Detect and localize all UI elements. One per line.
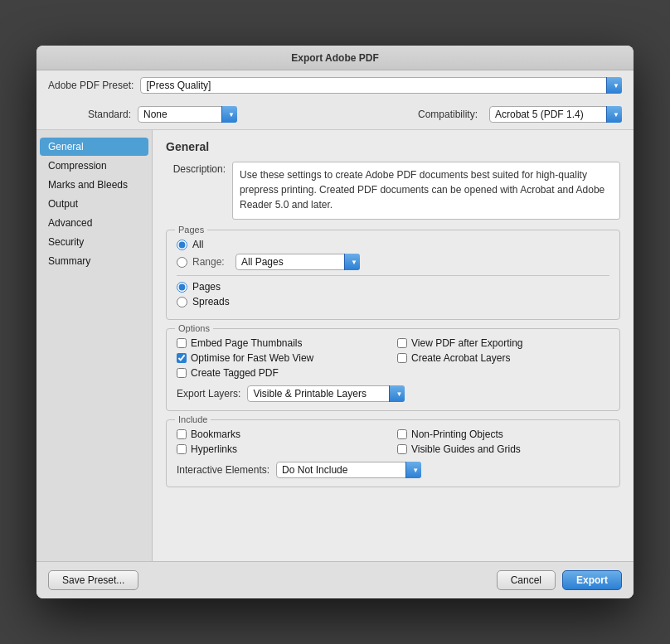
main-content: General Description: Use these settings … — [153, 130, 634, 561]
description-text: Use these settings to create Adobe PDF d… — [232, 162, 620, 220]
include-checkboxes: Bookmarks Non-Printing Objects Hyperlink… — [177, 429, 609, 455]
interactive-elements-select-wrapper[interactable]: Do Not Include Include All Appearance On… — [276, 462, 421, 478]
pages-group-label: Pages — [175, 225, 207, 235]
non-printing-checkbox[interactable] — [397, 429, 407, 439]
view-pdf-checkbox[interactable] — [397, 338, 407, 348]
optimise-web-row: Optimise for Fast Web View — [177, 352, 389, 364]
interactive-elements-select[interactable]: Do Not Include Include All Appearance On… — [276, 462, 421, 478]
sidebar-item-advanced[interactable]: Advanced — [40, 214, 148, 232]
interactive-elements-label: Interactive Elements: — [177, 464, 269, 476]
include-group-label: Include — [175, 414, 211, 424]
preset-select-wrapper[interactable]: [Press Quality] — [140, 77, 622, 94]
bookmarks-label: Bookmarks — [191, 429, 240, 440]
options-checkboxes: Embed Page Thumbnails View PDF after Exp… — [177, 337, 609, 379]
export-layers-row: Export Layers: Visible & Printable Layer… — [177, 385, 609, 402]
export-layers-select[interactable]: Visible & Printable Layers Visible Layer… — [247, 385, 405, 402]
create-acrobat-checkbox[interactable] — [397, 353, 407, 363]
embed-thumbnails-checkbox[interactable] — [177, 338, 187, 348]
sidebar: General Compression Marks and Bleeds Out… — [36, 130, 153, 561]
create-acrobat-row: Create Acrobat Layers — [397, 352, 609, 364]
create-acrobat-label: Create Acrobat Layers — [411, 352, 510, 364]
section-title: General — [166, 140, 620, 153]
content-area: General Compression Marks and Bleeds Out… — [36, 130, 634, 561]
action-buttons: Cancel Export — [497, 570, 622, 590]
description-row: Description: Use these settings to creat… — [166, 162, 620, 220]
sidebar-item-security[interactable]: Security — [40, 233, 148, 251]
preset-label: Adobe PDF Preset: — [48, 80, 134, 91]
view-pdf-row: View PDF after Exporting — [397, 337, 609, 349]
export-layers-label: Export Layers: — [177, 388, 240, 399]
create-tagged-row: Create Tagged PDF — [177, 367, 389, 379]
range-radio[interactable] — [177, 257, 187, 268]
range-label: Range: — [192, 256, 231, 268]
hyperlinks-checkbox[interactable] — [177, 444, 187, 454]
spreads-radio-row: Spreads — [177, 296, 609, 307]
interactive-elements-row: Interactive Elements: Do Not Include Inc… — [177, 462, 609, 478]
hyperlinks-label: Hyperlinks — [191, 443, 237, 455]
sidebar-item-marks-bleeds[interactable]: Marks and Bleeds — [40, 176, 148, 194]
pages-label: Pages — [192, 281, 221, 293]
pages-radio[interactable] — [177, 282, 187, 293]
all-radio[interactable] — [177, 240, 187, 250]
sidebar-item-output[interactable]: Output — [40, 195, 148, 213]
standard-select-wrapper[interactable]: None — [138, 106, 237, 123]
visible-guides-checkbox[interactable] — [397, 444, 407, 454]
spreads-label: Spreads — [192, 296, 230, 307]
optimise-web-label: Optimise for Fast Web View — [191, 352, 313, 364]
embed-thumbnails-row: Embed Page Thumbnails — [177, 337, 389, 349]
non-printing-row: Non-Printing Objects — [397, 429, 609, 440]
range-select[interactable]: All Pages Current Page Range — [235, 254, 360, 270]
sidebar-item-compression[interactable]: Compression — [40, 157, 148, 175]
preset-select[interactable]: [Press Quality] — [140, 77, 622, 94]
sidebar-item-summary[interactable]: Summary — [40, 252, 148, 270]
export-layers-select-wrapper[interactable]: Visible & Printable Layers Visible Layer… — [247, 385, 405, 402]
footer: Save Preset... Cancel Export — [36, 561, 634, 598]
export-button[interactable]: Export — [562, 570, 622, 590]
options-group: Options Embed Page Thumbnails View PDF a… — [166, 328, 620, 411]
pages-radio-row: Pages — [177, 281, 609, 293]
compatibility-select[interactable]: Acrobat 5 (PDF 1.4) — [489, 106, 622, 123]
range-select-wrapper[interactable]: All Pages Current Page Range — [235, 254, 360, 270]
optimise-web-checkbox[interactable] — [177, 353, 187, 363]
view-pdf-label: View PDF after Exporting — [411, 337, 523, 349]
standard-select[interactable]: None — [138, 106, 237, 123]
pages-group: Pages All Range: All Pages Current Page … — [166, 230, 620, 320]
cancel-button[interactable]: Cancel — [497, 570, 556, 590]
sidebar-item-general[interactable]: General — [40, 138, 148, 156]
save-preset-button[interactable]: Save Preset... — [48, 570, 138, 590]
non-printing-label: Non-Printing Objects — [411, 429, 503, 440]
all-radio-row: All — [177, 239, 609, 250]
bookmarks-row: Bookmarks — [177, 429, 389, 440]
title-bar: Export Adobe PDF — [36, 46, 634, 70]
include-group: Include Bookmarks Non-Printing Objects H… — [166, 419, 620, 487]
hyperlinks-row: Hyperlinks — [177, 443, 389, 455]
spreads-radio[interactable] — [177, 297, 187, 307]
visible-guides-row: Visible Guides and Grids — [397, 443, 609, 455]
toolbar: Adobe PDF Preset: [Press Quality] Standa… — [36, 70, 634, 130]
bookmarks-checkbox[interactable] — [177, 429, 187, 439]
compatibility-label: Compatibility: — [418, 109, 478, 120]
options-group-label: Options — [175, 323, 213, 333]
all-label: All — [192, 239, 203, 250]
compatibility-select-wrapper[interactable]: Acrobat 5 (PDF 1.4) — [489, 106, 622, 123]
export-pdf-dialog: Export Adobe PDF Adobe PDF Preset: [Pres… — [36, 46, 634, 598]
range-radio-row: Range: All Pages Current Page Range — [177, 254, 609, 270]
visible-guides-label: Visible Guides and Grids — [411, 443, 521, 455]
create-tagged-label: Create Tagged PDF — [191, 367, 279, 379]
description-label: Description: — [166, 162, 232, 175]
dialog-title: Export Adobe PDF — [291, 52, 379, 64]
standard-label: Standard: — [48, 109, 131, 120]
embed-thumbnails-label: Embed Page Thumbnails — [191, 337, 303, 349]
create-tagged-checkbox[interactable] — [177, 368, 187, 378]
